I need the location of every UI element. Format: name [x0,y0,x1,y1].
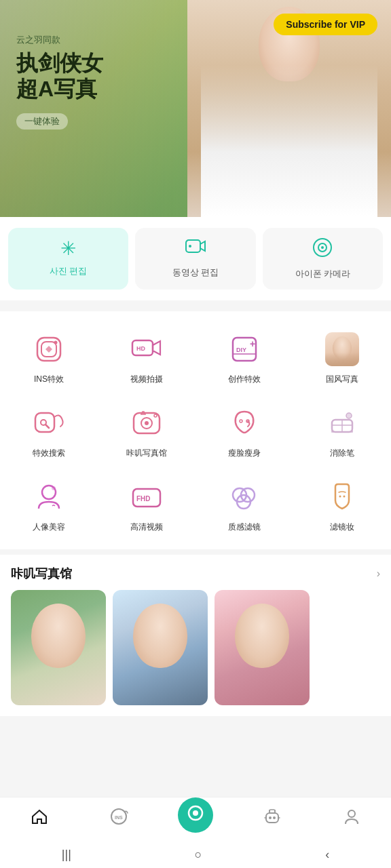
fhd-video-icon: FHD [128,478,166,516]
video-edit-icon [185,237,206,261]
feature-effects-search[interactable]: 特效搜索 [0,396,98,470]
vip-subscribe-button[interactable]: Subscribe for VIP [274,14,377,35]
ai-bot-icon [263,808,281,829]
photo-studio-section: 咔叽写真馆 › [0,555,391,716]
bottom-spacer [0,716,391,791]
camera-center-icon [187,804,204,826]
nav-home[interactable] [19,808,60,829]
svg-line-16 [45,425,49,428]
quality-filter-label: 质感滤镜 [228,521,261,533]
feature-guofeng-photo[interactable]: 国风写真 [293,322,391,396]
slim-face-label: 瘦脸瘦身 [228,448,261,459]
profile-icon [343,808,360,829]
hd-video-label: 视频拍摄 [130,374,163,385]
feature-photo-studio[interactable]: 咔叽写真馆 [98,396,196,470]
svg-point-40 [193,810,198,816]
feature-eraser[interactable]: 消除笔 [293,396,391,470]
svg-point-49 [348,810,355,817]
home-icon [31,808,48,829]
eraser-icon [323,404,361,442]
svg-point-4 [321,246,324,249]
iphone-camera-icon [312,237,333,262]
quick-btn-video-edit[interactable]: 동영상 편집 [135,228,255,290]
photo-edit-icon: ✳ [60,237,76,260]
photo-card-1[interactable] [11,590,106,705]
svg-text:+: + [250,338,255,349]
svg-point-19 [145,421,149,425]
svg-text:INS: INS [115,815,123,820]
svg-point-35 [339,496,341,498]
video-edit-label: 동영상 편집 [172,267,219,279]
svg-rect-41 [266,813,278,823]
photo-studio-title: 咔叽写真馆 [11,566,72,582]
feature-fhd-video[interactable]: FHD 高清视频 [98,470,196,544]
effects-search-icon [30,404,68,442]
svg-rect-14 [35,413,54,432]
guofeng-photo-label: 国风写真 [326,374,358,385]
svg-point-29 [52,486,56,490]
system-home-button[interactable]: ○ [181,845,216,865]
guofeng-photo-icon [323,330,361,368]
hero-text-area: 云之羽同款 执剑侠女 超A写真 一键体验 [16,34,103,130]
iphone-camera-label: 아이폰 카메라 [295,268,351,280]
effects-search-label: 特效搜索 [33,448,65,459]
system-recent-button[interactable]: ||| [48,845,85,865]
svg-point-36 [343,496,346,498]
hd-video-icon: HD [128,330,166,368]
slim-face-icon [225,404,263,442]
svg-point-43 [269,816,272,819]
feature-grid: INS特效 HD 视频拍摄 DIY + [0,322,391,544]
quick-actions-bar: ✳ 사진 편집 동영상 편집 아이폰 카메라 [0,217,391,300]
feature-ins-effects[interactable]: INS特效 [0,322,98,396]
nav-ai-bot[interactable] [252,808,293,829]
feature-portrait-beauty[interactable]: 人像美容 [0,470,98,544]
ins-effects-icon [30,330,68,368]
hero-sub-title: 云之羽同款 [16,34,103,46]
svg-point-21 [240,420,242,422]
svg-rect-0 [186,240,200,252]
svg-point-7 [54,341,58,344]
photo-studio-more[interactable]: › [377,568,380,580]
hero-cta-label[interactable]: 一键体验 [16,113,68,130]
nav-ins[interactable]: INS [98,808,139,829]
ins-effects-label: INS特效 [34,374,64,385]
svg-point-20 [154,414,157,417]
hero-main-title: 执剑侠女 超A写真 [16,50,103,102]
eraser-label: 消除笔 [330,448,354,459]
photo-card-2[interactable] [113,590,208,705]
nav-camera-button[interactable] [178,797,213,833]
ins-nav-icon: INS [109,808,128,829]
svg-rect-42 [269,810,275,813]
system-back-button[interactable]: ‹ [312,845,343,865]
quick-btn-photo-edit[interactable]: ✳ 사진 편집 [8,228,128,290]
divider-1 [0,300,391,306]
filter-makeup-label: 滤镜妆 [330,521,354,533]
hero-banner: 云之羽同款 执剑侠女 超A写真 一键体验 Subscribe for VIP [0,0,391,217]
system-navigation: ||| ○ ‹ [0,841,391,868]
photo-studio-icon [128,404,166,442]
portrait-beauty-icon [30,478,68,516]
feature-diy-effects[interactable]: DIY + 创作特效 [196,322,293,396]
portrait-beauty-label: 人像美容 [33,521,65,533]
filter-makeup-icon [323,478,361,516]
photo-card-3[interactable] [215,590,310,705]
bottom-navigation: INS [0,797,391,841]
diy-effects-label: 创作特效 [228,374,261,385]
feature-quality-filter[interactable]: 质感滤镜 [196,470,293,544]
nav-profile[interactable] [331,808,372,829]
svg-point-44 [273,816,276,819]
quick-btn-iphone-camera[interactable]: 아이폰 카메라 [263,228,383,290]
divider-2 [0,549,391,555]
photo-studio-header: 咔叽写真馆 › [0,555,391,590]
feature-section: INS特效 HD 视频拍摄 DIY + [0,311,391,549]
feature-hd-video[interactable]: HD 视频拍摄 [98,322,196,396]
feature-slim-face[interactable]: 瘦脸瘦身 [196,396,293,470]
photo-studio-label: 咔叽写真馆 [126,448,167,459]
fhd-video-label: 高清视频 [130,521,163,533]
feature-filter-makeup[interactable]: 滤镜妆 [293,470,391,544]
photo-cards-list [0,590,391,705]
svg-text:DIY: DIY [236,347,246,353]
quality-filter-icon [225,478,263,516]
photo-edit-label: 사진 편집 [50,265,88,277]
diy-effects-icon: DIY + [225,330,263,368]
